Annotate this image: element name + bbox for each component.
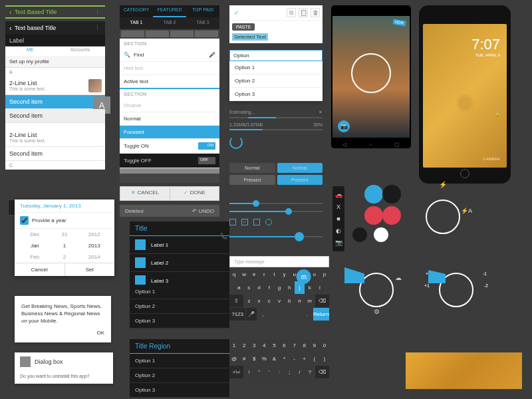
selected-text[interactable]: Selected Text	[232, 33, 268, 41]
key-x[interactable]: x	[255, 295, 264, 307]
message-input[interactable]: Type message	[229, 256, 329, 267]
toggle-off-row[interactable]: Toggle OFF OFF	[120, 154, 219, 168]
key-4[interactable]: 4	[259, 339, 269, 352]
key-5[interactable]: 5	[269, 339, 279, 352]
title-bar-green[interactable]: ‹ Text Based Title ⋮	[5, 5, 105, 19]
back-icon[interactable]: ‹	[9, 24, 12, 32]
action-icon[interactable]: ⧉	[287, 8, 296, 17]
key-comma[interactable]: ,	[257, 308, 268, 321]
key-⇧[interactable]: ⇧	[229, 295, 243, 307]
mode-auto-icon[interactable]: 🚗	[332, 189, 344, 201]
key-h[interactable]: h	[285, 281, 294, 294]
unlock-icon[interactable]: 🔓	[493, 110, 501, 118]
key-1[interactable]: 1	[229, 339, 239, 352]
tab-featured[interactable]: FEATURED	[153, 5, 186, 17]
paste-label[interactable]: PASTE	[232, 23, 255, 31]
key-0[interactable]: 0	[320, 339, 329, 352]
key-b[interactable]: b	[285, 295, 294, 307]
key-p[interactable]: p	[320, 268, 329, 281]
key-7[interactable]: 7	[290, 339, 299, 352]
zoom-slice[interactable]	[428, 270, 446, 283]
flash-ring[interactable]: ⚡ ⚡A	[426, 200, 460, 234]
key-j[interactable]: jm	[295, 281, 304, 294]
button-normal[interactable]: Normal	[229, 163, 275, 173]
key-y[interactable]: y	[279, 268, 289, 281]
camera-label[interactable]: CAMERA	[483, 157, 500, 161]
action-icon[interactable]: 📋	[299, 8, 308, 17]
list-item-2line[interactable]: 2-Line List This is some text.	[5, 128, 105, 147]
mode-video-icon[interactable]: ■	[332, 213, 344, 225]
key-r[interactable]: r	[259, 268, 269, 281]
record-red[interactable]	[364, 206, 383, 225]
key-sym[interactable]: /	[295, 366, 304, 378]
key-)[interactable]: )	[320, 352, 329, 365]
settings-ring[interactable]: ☁ ⚙	[359, 273, 394, 307]
lockscreen[interactable]: 7:07 TUE, APRIL 9 🔓 CAMERA	[423, 24, 507, 168]
focus-ring[interactable]	[351, 53, 391, 93]
key-t[interactable]: t	[269, 268, 279, 281]
check-icon[interactable]: ✓	[232, 8, 241, 17]
flash-icon[interactable]: ⚡	[439, 181, 447, 188]
icon-box[interactable]	[121, 31, 144, 37]
tab-me[interactable]: ME	[5, 47, 55, 56]
option-item[interactable]: Option 1	[130, 354, 229, 368]
back-icon[interactable]: ‹	[9, 8, 12, 16]
key-%[interactable]: %	[259, 352, 269, 365]
zoom-label[interactable]: -2	[484, 283, 488, 288]
overflow-icon[interactable]: ⋮	[94, 24, 101, 31]
list-item[interactable]: Label 1	[130, 236, 229, 254]
undo-button[interactable]: ↶ UNDO	[192, 208, 214, 214]
action-icon[interactable]: 🗑	[311, 8, 320, 17]
list-item-2line[interactable]: 2-Line List This is some text.	[5, 76, 105, 95]
focused-field[interactable]: Focused	[120, 126, 219, 139]
zoom-ring[interactable]: +2 +1 -1 -2	[439, 273, 473, 307]
key-sym[interactable]: '	[265, 366, 274, 378]
close-icon[interactable]: ✕	[319, 110, 323, 115]
dropdown-option[interactable]: Option 3	[229, 88, 323, 101]
button-normal-color[interactable]: Normal	[277, 163, 323, 173]
key-sym[interactable]: ?	[305, 366, 315, 378]
flash-auto-icon[interactable]: ⚡A	[461, 207, 472, 214]
key-l[interactable]: l	[315, 281, 325, 294]
checkbox[interactable]	[229, 219, 236, 225]
key-*[interactable]: *	[279, 352, 289, 365]
key-backspace[interactable]: ⌫	[315, 366, 329, 378]
tab-accounts[interactable]: Accounts	[55, 47, 105, 56]
key-z[interactable]: z	[244, 295, 253, 307]
shutter-blue[interactable]	[364, 185, 383, 203]
key-a[interactable]: a	[234, 281, 243, 294]
gallery-chip[interactable]	[352, 227, 367, 242]
key-return[interactable]: Return	[313, 308, 329, 321]
icon-box[interactable]	[170, 31, 194, 37]
hint-field[interactable]: Hint text	[120, 62, 219, 75]
icon-box[interactable]	[146, 31, 169, 37]
key-9[interactable]: 9	[310, 339, 319, 352]
button-pressed-color[interactable]: Pressed	[277, 175, 323, 185]
key-alt[interactable]: =\<	[229, 366, 243, 378]
overflow-icon[interactable]: ⋮	[94, 9, 101, 16]
key-⌫[interactable]: ⌫	[315, 295, 329, 307]
key-3[interactable]: 3	[249, 339, 259, 352]
home-button[interactable]	[460, 169, 469, 178]
recents-icon[interactable]: ▢	[394, 142, 400, 148]
cancel-button[interactable]: Cancel	[15, 263, 65, 276]
ok-button[interactable]: OK	[21, 330, 104, 336]
button-pressed[interactable]: Pressed	[229, 175, 275, 185]
key-o[interactable]: o	[310, 268, 319, 281]
key-+[interactable]: +	[300, 352, 309, 365]
tab-3[interactable]: TAB 3	[186, 17, 219, 29]
radio[interactable]	[265, 219, 272, 225]
option-item[interactable]: Option 3	[130, 314, 229, 329]
key-space[interactable]	[269, 308, 301, 321]
cloud-icon[interactable]: ☁	[395, 274, 402, 281]
dropdown-option[interactable]: Option 1	[229, 61, 323, 74]
tab-1[interactable]: TAB 1	[120, 17, 153, 29]
back-icon[interactable]: ◁	[342, 142, 346, 148]
done-button[interactable]: ✓DONE	[170, 187, 219, 200]
checkbox[interactable]	[20, 216, 29, 225]
checkbox[interactable]	[253, 219, 260, 225]
key-g[interactable]: g	[275, 281, 284, 294]
date-row-active[interactable]: Jan12013	[15, 240, 114, 251]
list-item[interactable]: Second item	[5, 109, 105, 123]
normal-field[interactable]: Normal	[120, 112, 219, 126]
